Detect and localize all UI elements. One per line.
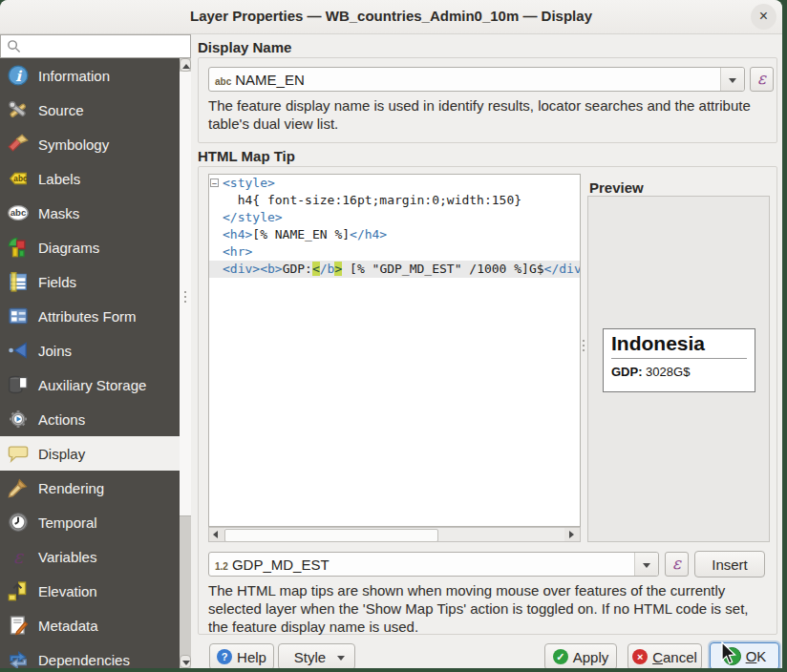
fields-icon <box>8 271 29 292</box>
sidebar-scrollbar[interactable] <box>180 58 191 668</box>
apply-button[interactable]: ✓ Apply <box>544 643 617 668</box>
help-icon: ? <box>217 649 232 664</box>
field-combo[interactable]: 1.2 GDP_MD_EST <box>208 552 659 577</box>
sidebar-item-label: Rendering <box>38 480 104 496</box>
attributes-form-icon <box>8 305 29 326</box>
sidebar-item-label: Display <box>38 446 85 462</box>
preview-country-name: Indonesia <box>611 332 747 355</box>
elevation-icon <box>8 580 29 601</box>
sidebar-item-label: Masks <box>38 205 79 221</box>
source-icon <box>8 99 29 120</box>
display-name-help-text: The feature display name is used in iden… <box>208 96 774 133</box>
joins-icon <box>8 340 29 361</box>
sidebar-item-attributes-form[interactable]: Attributes Form <box>0 299 180 333</box>
svg-text:ε: ε <box>13 546 25 567</box>
sidebar-item-label: Joins <box>38 343 72 359</box>
code-line[interactable]: <hr> <box>209 243 580 261</box>
apply-check-icon: ✓ <box>553 649 568 664</box>
field-combo-value: GDP_MD_EST <box>232 556 330 573</box>
splitter-handle[interactable] <box>583 340 585 342</box>
masks-icon: abc <box>8 202 29 223</box>
search-icon <box>7 39 21 53</box>
sidebar-search-input[interactable] <box>0 34 191 58</box>
scroll-down-icon[interactable] <box>180 655 191 668</box>
preview-gdp-label: GDP: <box>611 365 643 379</box>
sidebar-item-label: Fields <box>38 274 76 290</box>
labels-icon: abc <box>8 168 29 189</box>
code-line[interactable]: h4{ font-size:16pt;margin:0;width:150} <box>209 192 580 209</box>
help-button[interactable]: ? Help <box>209 643 274 668</box>
layer-properties-dialog: Layer Properties — WB_countries_Admin0_1… <box>0 0 782 668</box>
sidebar-item-label: Dependencies <box>38 652 130 668</box>
preview-divider <box>611 358 747 359</box>
auxiliary-storage-icon <box>8 374 29 395</box>
display-icon <box>8 443 29 464</box>
close-icon[interactable]: × <box>751 4 776 30</box>
variables-icon: ε <box>8 546 29 567</box>
temporal-icon <box>8 512 29 533</box>
code-line[interactable]: </style> <box>209 209 580 226</box>
field-type-abc-icon: abc <box>215 76 231 87</box>
information-icon: i <box>8 65 29 86</box>
sidebar-item-label: Temporal <box>38 514 97 531</box>
sidebar-item-temporal[interactable]: Temporal <box>0 505 180 539</box>
chevron-down-icon[interactable] <box>720 68 744 91</box>
map-tip-code-editor[interactable]: − <style> h4{ font-size:16pt;margin:0;wi… <box>208 174 581 527</box>
sidebar-item-label: Source <box>38 102 84 118</box>
sidebar-item-variables[interactable]: ε Variables <box>0 539 180 574</box>
sidebar-item-label: Symbology <box>38 136 109 153</box>
desktop-background: Layer Properties — WB_countries_Admin0_1… <box>0 0 787 672</box>
chevron-down-icon[interactable] <box>634 553 658 576</box>
sidebar-item-auxiliary-storage[interactable]: Auxiliary Storage <box>0 368 180 402</box>
cancel-button[interactable]: × Cancel <box>627 643 702 668</box>
map-tip-preview-panel: Indonesia GDP: 3028G$ <box>587 196 770 542</box>
code-line[interactable]: <h4>[% NAME_EN %]</h4> <box>209 226 580 243</box>
map-tip-expression-button[interactable]: ε <box>665 552 689 577</box>
editor-horizontal-scrollbar[interactable] <box>208 527 581 542</box>
preview-title: Preview <box>589 179 644 196</box>
sidebar-item-label: Information <box>38 68 110 84</box>
code-line[interactable]: − <style> <box>209 175 580 192</box>
sidebar-item-information[interactable]: i Information <box>0 58 180 93</box>
sidebar-item-elevation[interactable]: Elevation <box>0 574 180 608</box>
sidebar-scrollbar-thumb[interactable] <box>180 72 191 516</box>
sidebar-item-rendering[interactable]: Rendering <box>0 471 180 505</box>
sidebar-item-symbology[interactable]: Symbology <box>0 127 180 161</box>
code-line[interactable]: <div><b>GDP:</b> [% "GDP_MD_EST" /1000 %… <box>209 261 580 278</box>
sidebar-item-label: Elevation <box>38 583 97 599</box>
code-line-list: − <style> h4{ font-size:16pt;margin:0;wi… <box>209 175 580 278</box>
window-title: Layer Properties — WB_countries_Admin0_1… <box>0 8 782 24</box>
sidebar-item-source[interactable]: Source <box>0 93 180 127</box>
style-dropdown-button[interactable]: Style <box>278 643 355 668</box>
fold-marker-icon[interactable]: − <box>210 178 219 187</box>
sidebar-item-labels[interactable]: abc Labels <box>0 161 180 196</box>
sidebar-item-label: Attributes Form <box>38 308 137 325</box>
display-name-expression-button[interactable]: ε <box>750 67 774 92</box>
sidebar-item-label: Variables <box>38 549 96 565</box>
sidebar-item-joins[interactable]: Joins <box>0 333 180 368</box>
sidebar-item-diagrams[interactable]: Diagrams <box>0 230 180 264</box>
diagrams-icon <box>8 237 29 258</box>
sidebar-item-display[interactable]: Display <box>0 436 180 471</box>
scroll-up-icon[interactable] <box>180 58 191 72</box>
sidebar-item-fields[interactable]: Fields <box>0 264 180 299</box>
titlebar[interactable]: Layer Properties — WB_countries_Admin0_1… <box>0 0 782 34</box>
mouse-cursor-icon <box>718 641 741 666</box>
symbology-icon <box>8 134 29 155</box>
display-name-combo[interactable]: abc NAME_EN <box>208 67 745 92</box>
svg-text:abc: abc <box>11 207 27 218</box>
editor-scrollbar-thumb[interactable] <box>224 529 438 542</box>
display-name-section-title: Display Name <box>198 39 291 55</box>
sidebar-item-actions[interactable]: Actions <box>0 402 180 436</box>
sidebar-item-dependencies[interactable]: Dependencies <box>0 642 180 668</box>
sidebar-item-metadata[interactable]: Metadata <box>0 608 180 642</box>
scroll-left-icon[interactable] <box>209 528 224 541</box>
map-tip-section-title: HTML Map Tip <box>198 148 295 164</box>
chevron-down-icon <box>337 656 345 661</box>
scroll-right-icon[interactable] <box>564 528 580 541</box>
preview-gdp-value: 3028G$ <box>643 365 691 379</box>
insert-button[interactable]: Insert <box>694 551 765 578</box>
sidebar-item-masks[interactable]: abc Masks <box>0 196 180 230</box>
sidebar: i Information Source Symbology ab <box>0 58 191 668</box>
sidebar-item-label: Metadata <box>38 618 98 634</box>
